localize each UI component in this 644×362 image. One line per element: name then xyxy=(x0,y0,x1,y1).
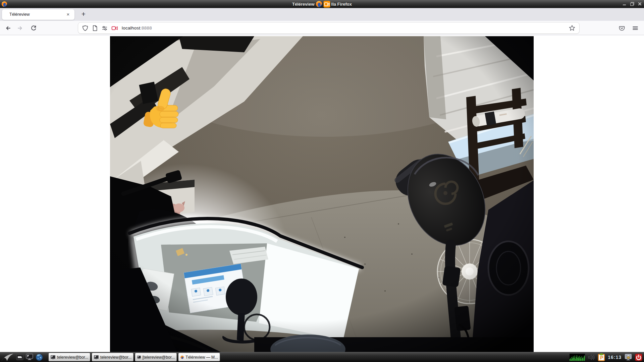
window-title-right: lla Firefox xyxy=(331,2,352,7)
firefox-icon xyxy=(180,355,184,360)
display-launcher-icon[interactable] xyxy=(25,353,34,362)
tab-bar: Téléreview × + xyxy=(0,8,644,21)
file-cabinet-icon[interactable] xyxy=(15,353,24,362)
pocket-button[interactable] xyxy=(616,23,627,34)
taskbar-window-button[interactable]: telereview@bor... xyxy=(92,353,133,361)
webcam-image xyxy=(110,36,534,352)
window-title-left: Téléreview xyxy=(292,2,315,7)
svg-text:P: P xyxy=(600,355,603,360)
start-menu-icon[interactable] xyxy=(1,353,14,362)
terminal-window-icon xyxy=(51,355,55,360)
taskbar-window-button[interactable]: telereview@bor... xyxy=(49,353,90,361)
shield-icon[interactable] xyxy=(82,25,88,31)
window-titlebar[interactable]: Téléreview lla Firefox xyxy=(0,0,644,8)
forward-button[interactable] xyxy=(15,23,25,34)
firefox-icon xyxy=(316,1,322,7)
url-bar[interactable]: localhost:8888 xyxy=(78,22,579,34)
globe-browser-icon[interactable] xyxy=(35,353,44,362)
new-tab-button[interactable]: + xyxy=(78,9,89,19)
back-button[interactable] xyxy=(3,23,13,34)
camera-sharing-icon[interactable] xyxy=(111,25,118,32)
taskbar: telereview@bor... telereview@bor... [tel… xyxy=(0,352,644,362)
lock-screen-icon[interactable] xyxy=(624,354,632,361)
bookmark-star-icon[interactable] xyxy=(569,25,575,31)
permissions-icon[interactable] xyxy=(102,25,108,31)
taskbar-window-button-firefox[interactable]: Téléreview — M... xyxy=(178,353,220,361)
volume-icon[interactable] xyxy=(588,354,595,361)
clipboard-manager-icon[interactable]: P xyxy=(598,353,605,361)
close-icon[interactable] xyxy=(638,2,642,6)
desktop: Téléreview lla Firefox xyxy=(0,0,644,362)
tab-label: Téléreview xyxy=(9,12,30,17)
power-icon[interactable] xyxy=(635,354,642,361)
menu-button[interactable] xyxy=(630,23,641,34)
maximize-button[interactable] xyxy=(630,2,634,6)
page-info-icon[interactable] xyxy=(92,25,98,31)
minimize-button[interactable] xyxy=(622,2,627,6)
page-content xyxy=(0,36,644,352)
tab-telereview[interactable]: Téléreview × xyxy=(2,9,74,20)
reload-button[interactable] xyxy=(28,23,39,34)
terminal-window-icon xyxy=(94,355,99,360)
terminal-window-icon xyxy=(137,355,141,360)
cpu-graph[interactable] xyxy=(570,354,585,361)
window-title: Téléreview lla Firefox xyxy=(0,0,644,8)
clock: 16:13 xyxy=(608,355,622,360)
url-text: localhost:8888 xyxy=(122,25,152,31)
camera-sharing-badge-icon xyxy=(323,1,330,8)
tab-close-button[interactable]: × xyxy=(65,11,71,18)
taskbar-window-button[interactable]: [telereview@bor... xyxy=(135,353,177,361)
nav-toolbar: localhost:8888 xyxy=(0,21,644,35)
